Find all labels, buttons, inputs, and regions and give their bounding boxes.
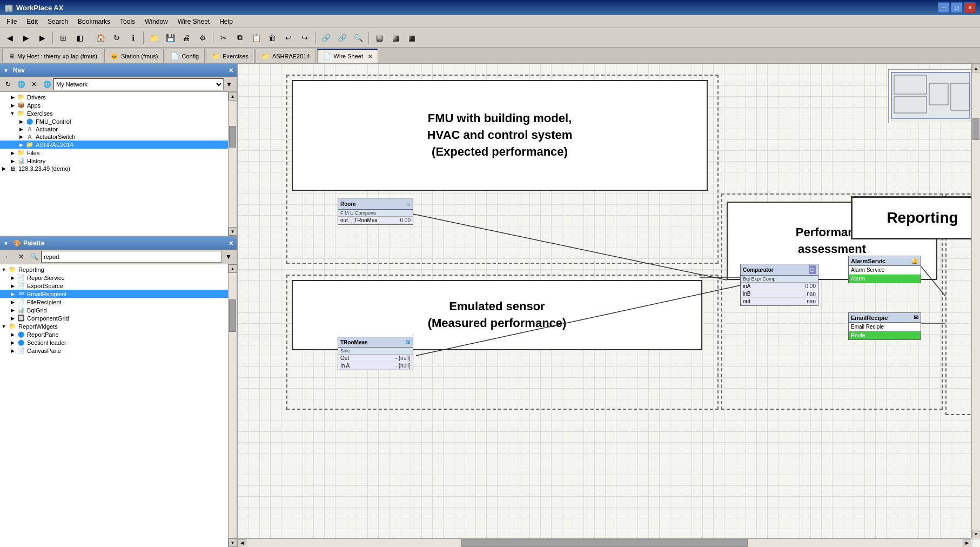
copy-button[interactable]: ⧉ [232, 30, 247, 45]
palette-scroll-thumb[interactable] [229, 299, 236, 332]
view2-button[interactable]: ◧ [72, 30, 87, 45]
delete-button[interactable]: 🗑 [265, 30, 280, 45]
palette-exportsource[interactable]: ▶ 📄 ExportSource [0, 282, 228, 290]
extra3-button[interactable]: ▦ [404, 30, 419, 45]
ashrae-expander[interactable]: ▶ [17, 142, 25, 148]
palette-filerecipient[interactable]: ▶ 📄 FileRecipient [0, 298, 228, 306]
tool-button[interactable]: ⚙ [195, 30, 210, 45]
nav-dropdown-arrow[interactable]: ▼ [226, 81, 232, 88]
sectionheader-expander[interactable]: ▶ [9, 340, 16, 345]
nav-scroll-up[interactable]: ▲ [229, 92, 237, 101]
menu-tools[interactable]: Tools [116, 17, 139, 26]
demo-expander[interactable]: ▶ [0, 166, 8, 171]
menu-bookmarks[interactable]: Bookmarks [73, 17, 115, 26]
actuatorswitch-expander[interactable]: ▶ [17, 134, 25, 139]
tree-drivers[interactable]: ▶ 📁 Drivers [0, 93, 228, 101]
tab-exercises[interactable]: 📁 Exercises [206, 49, 254, 63]
tree-files[interactable]: ▶ 📁 Files [0, 149, 228, 157]
close-button[interactable]: ✕ [964, 2, 976, 13]
room-node[interactable]: Room ○ F M U Compone out__TRooMea 0.00 [338, 198, 413, 225]
tab-wiresheet[interactable]: 📄 Wire Sheet ✕ [317, 49, 378, 63]
tree-actuatorswitch[interactable]: ▶ A ActuatorSwitch [0, 133, 228, 141]
palette-reportpane[interactable]: ▶ ⬤ ReportPane [0, 330, 228, 338]
tab-close-icon[interactable]: ✕ [368, 54, 372, 59]
menu-file[interactable]: File [2, 17, 21, 26]
palette-bqlgrid[interactable]: ▶ 📊 BqlGrid [0, 306, 228, 314]
menu-wiresheet[interactable]: Wire Sheet [173, 17, 214, 26]
canvas-area[interactable]: FMU with building model,HVAC and control… [238, 64, 980, 547]
tab-ashrae[interactable]: 📁 ASHRAE2014 [256, 49, 316, 63]
zoom-button[interactable]: 🔍 [351, 30, 366, 45]
exercises-expander[interactable]: ▼ [9, 111, 16, 116]
tree-exercises[interactable]: ▼ 📁 Exercises [0, 109, 228, 117]
bqlgrid-expander[interactable]: ▶ [9, 308, 16, 313]
drivers-expander[interactable]: ▶ [9, 95, 16, 100]
paste-button[interactable]: 📋 [249, 30, 264, 45]
tree-apps[interactable]: ▶ 📦 Apps [0, 101, 228, 109]
palette-scroll-up[interactable]: ▲ [229, 264, 237, 273]
forward2-button[interactable]: ▶ [35, 30, 50, 45]
reportpane-expander[interactable]: ▶ [9, 332, 16, 337]
history-expander[interactable]: ▶ [9, 158, 16, 164]
palette-scroll-down[interactable]: ▼ [229, 538, 237, 547]
palette-sectionheader[interactable]: ▶ ⬤ SectionHeader [0, 338, 228, 346]
menu-help[interactable]: Help [215, 17, 237, 26]
nav-refresh-btn[interactable]: ↻ [2, 78, 14, 90]
nav-close-icon[interactable]: × [229, 66, 233, 75]
palette-componentgrid[interactable]: ▶ 🔲 ComponentGrid [0, 314, 228, 322]
palette-close-icon[interactable]: × [229, 239, 233, 248]
h-scroll-thumb[interactable] [461, 539, 748, 547]
folder-button[interactable]: 📁 [146, 30, 162, 45]
exportsource-expander[interactable]: ▶ [9, 283, 16, 289]
actuator-expander[interactable]: ▶ [17, 126, 25, 132]
componentgrid-expander[interactable]: ▶ [9, 316, 16, 321]
v-scrollbar-right[interactable]: ▲ ▼ [971, 64, 980, 538]
back-button[interactable]: ◀ [2, 30, 17, 45]
nav-scroll-down[interactable]: ▼ [229, 227, 237, 236]
info-button[interactable]: ℹ [125, 30, 140, 45]
link2-button[interactable]: 🔗 [334, 30, 350, 45]
tree-ashrae2014[interactable]: ▶ 📁 ASHRAE2014 [0, 141, 228, 149]
emailrecipient-expander[interactable]: ▶ [9, 291, 16, 297]
redo-button[interactable]: ↪ [297, 30, 312, 45]
refresh-button[interactable]: ↻ [109, 30, 124, 45]
nav-network-select[interactable]: My Network [53, 78, 224, 90]
canvaspane-expander[interactable]: ▶ [9, 348, 16, 353]
maximize-button[interactable]: □ [951, 2, 963, 13]
menu-edit[interactable]: Edit [22, 17, 42, 26]
nav-expand-btn[interactable]: 🌐 [15, 78, 27, 90]
nav-scroll-thumb[interactable] [229, 126, 236, 148]
nav-collapse-btn[interactable]: ▼ [3, 68, 9, 74]
menu-search[interactable]: Search [43, 17, 72, 26]
minimize-button[interactable]: ─ [938, 2, 950, 13]
link-button[interactable]: 🔗 [318, 30, 333, 45]
home-button[interactable]: 🏠 [93, 30, 108, 45]
scroll-right-btn[interactable]: ▶ [963, 539, 971, 548]
palette-back-btn[interactable]: ← [2, 251, 14, 263]
cut-button[interactable]: ✂ [216, 30, 231, 45]
tree-history[interactable]: ▶ 📊 History [0, 157, 228, 165]
minimap[interactable] [888, 69, 975, 123]
palette-dropdown-btn[interactable]: ▼ [223, 251, 234, 263]
palette-reporting[interactable]: ▼ 📁 Reporting [0, 265, 228, 274]
tab-myhost[interactable]: 🖥 My Host : thierry-xp-lap (fmus) [2, 49, 103, 63]
palette-search-input[interactable] [41, 251, 221, 263]
v-scroll-thumb[interactable] [972, 118, 979, 140]
view-button[interactable]: ⊞ [56, 30, 71, 45]
tree-fmu[interactable]: ▶ ⬤ FMU_Control [0, 117, 228, 125]
tab-config[interactable]: 📄 Config [165, 49, 205, 63]
v-scroll-down-btn[interactable]: ▼ [972, 530, 981, 538]
reportwidgets-expander[interactable]: ▼ [0, 324, 8, 329]
extra2-button[interactable]: ▦ [388, 30, 403, 45]
extra1-button[interactable]: ▦ [372, 30, 387, 45]
alarm-node[interactable]: AlarmServic 🔔 Alarm Service Alarm [848, 256, 921, 283]
scroll-left-btn[interactable]: ◀ [238, 539, 246, 548]
h-scrollbar[interactable]: ◀ ▶ [238, 538, 971, 547]
files-expander[interactable]: ▶ [9, 150, 16, 156]
menu-window[interactable]: Window [140, 17, 172, 26]
palette-canvaspane[interactable]: ▶ 📄 CanvasPane [0, 346, 228, 355]
palette-collapse-btn[interactable]: ▼ [3, 241, 9, 246]
email-node[interactable]: EmailRecipie ✉ Email Recipie Route [848, 312, 921, 340]
reportservice-expander[interactable]: ▶ [9, 275, 16, 281]
apps-expander[interactable]: ▶ [9, 103, 16, 108]
